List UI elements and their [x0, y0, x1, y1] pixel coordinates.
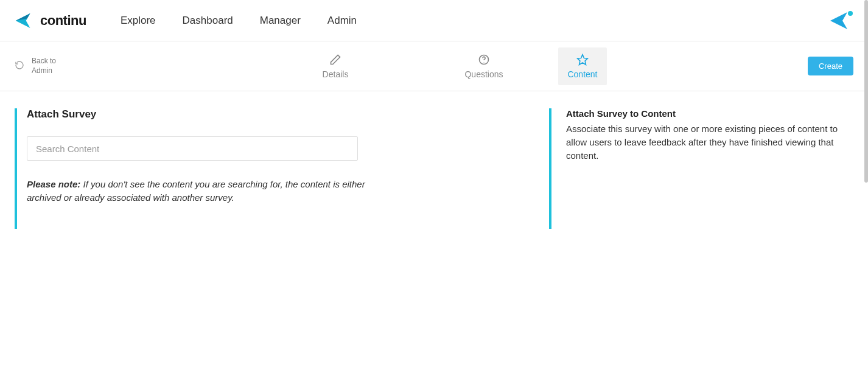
back-to-admin[interactable]: Back to Admin	[15, 57, 56, 75]
tab-content[interactable]: Content	[558, 47, 607, 85]
back-label: Back to Admin	[32, 57, 56, 75]
scrollbar-thumb[interactable]	[864, 0, 868, 381]
step-tabs: Details Questions Content	[261, 41, 607, 91]
tab-details[interactable]: Details	[261, 41, 410, 91]
tab-content-label: Content	[567, 69, 597, 79]
nav-manager[interactable]: Manager	[260, 15, 301, 27]
top-header: continu Explore Dashboard Manager Admin	[0, 0, 868, 41]
svg-marker-3	[578, 54, 588, 65]
panel-title: Attach Survey	[27, 108, 380, 121]
note-prefix: Please note:	[27, 179, 80, 189]
nav-explore[interactable]: Explore	[121, 15, 156, 27]
help-title: Attach Survey to Content	[566, 108, 853, 119]
nav-admin[interactable]: Admin	[327, 15, 357, 27]
sub-header: Back to Admin Details Questions	[0, 41, 868, 91]
undo-icon	[15, 60, 24, 72]
attach-survey-panel: Attach Survey Please note: If you don't …	[15, 108, 380, 229]
pencil-icon	[329, 54, 341, 66]
header-right-logo[interactable]	[829, 10, 853, 32]
help-panel: Attach Survey to Content Associate this …	[549, 108, 853, 229]
brand-name: continu	[40, 13, 86, 29]
tab-details-label: Details	[323, 69, 349, 79]
content-area: Attach Survey Please note: If you don't …	[0, 91, 868, 229]
nav-dashboard[interactable]: Dashboard	[183, 15, 233, 27]
help-body: Associate this survey with one or more e…	[566, 122, 853, 162]
create-button[interactable]: Create	[808, 57, 853, 75]
brand-mark-icon	[15, 11, 35, 30]
tab-questions[interactable]: Questions	[410, 41, 558, 91]
search-content-input[interactable]	[27, 136, 358, 161]
brand-logo[interactable]: continu	[15, 11, 86, 30]
tab-questions-label: Questions	[464, 69, 503, 79]
main-nav: Explore Dashboard Manager Admin	[121, 15, 357, 27]
svg-point-0	[848, 11, 853, 16]
note-text: Please note: If you don't see the conten…	[27, 178, 368, 204]
back-label-line2: Admin	[32, 66, 56, 76]
back-label-line1: Back to	[32, 57, 56, 66]
svg-point-2	[484, 61, 485, 62]
star-icon	[576, 54, 589, 66]
question-circle-icon	[478, 54, 490, 66]
